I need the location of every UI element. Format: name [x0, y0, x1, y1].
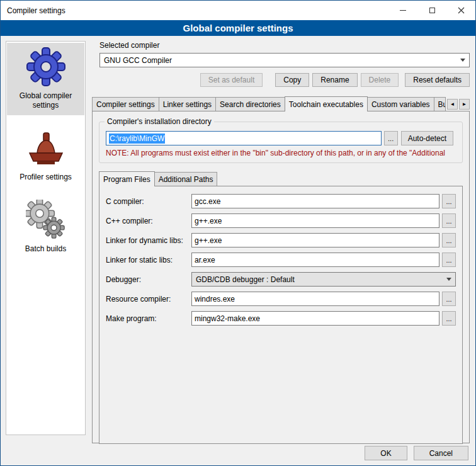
make-program-label: Make program:: [106, 314, 191, 323]
maximize-button[interactable]: [417, 1, 446, 20]
static-linker-label: Linker for static libs:: [106, 256, 191, 264]
make-program-row: Make program: mingw32-make.exe ...: [106, 311, 456, 326]
compiler-actions: Set as default Copy Rename Delete Reset …: [92, 73, 470, 87]
copy-button[interactable]: Copy: [275, 73, 309, 87]
resource-compiler-browse-button[interactable]: ...: [442, 292, 456, 306]
minimize-button[interactable]: [388, 1, 417, 20]
compiler-settings-dialog: Compiler settings Global compiler settin…: [0, 0, 476, 466]
c-compiler-input[interactable]: gcc.exe: [191, 194, 439, 208]
tab-toolchain-executables[interactable]: Toolchain executables: [285, 96, 368, 111]
program-tabs: Program Files Additional Paths: [99, 171, 463, 186]
toolchain-executables-page: Compiler's installation directory C:\ray…: [92, 111, 470, 443]
cpp-compiler-row: C++ compiler: g++.exe ...: [106, 213, 456, 228]
chevron-down-icon: [460, 59, 465, 62]
tab-program-files[interactable]: Program Files: [99, 171, 155, 186]
sidebar-item-label: Batch builds: [25, 244, 66, 254]
tab-search-directories[interactable]: Search directories: [215, 97, 285, 111]
tab-compiler-settings[interactable]: Compiler settings: [92, 97, 159, 111]
minimize-icon: [400, 10, 406, 11]
cpp-compiler-label: C++ compiler:: [106, 217, 191, 225]
sidebar-item-batch-builds[interactable]: Batch builds: [7, 196, 84, 259]
c-compiler-browse-button[interactable]: ...: [442, 194, 456, 208]
tab-scroll-left-button[interactable]: ◄: [447, 99, 458, 110]
c-compiler-value: gcc.exe: [195, 197, 220, 206]
cpp-compiler-input[interactable]: g++.exe: [191, 213, 439, 228]
dynamic-linker-row: Linker for dynamic libs: g++.exe ...: [106, 233, 456, 247]
sidebar-item-label: Profiler settings: [20, 173, 72, 182]
installation-directory-group: Compiler's installation directory C:\ray…: [99, 122, 463, 163]
page-title: Global compiler settings: [1, 20, 475, 36]
gray-gears-icon: [26, 200, 66, 240]
static-linker-browse-button[interactable]: ...: [442, 253, 456, 267]
selected-compiler-label: Selected compiler: [92, 41, 470, 50]
installation-directory-group-title: Compiler's installation directory: [105, 117, 214, 126]
tab-linker-settings[interactable]: Linker settings: [159, 97, 216, 111]
profiler-tool-icon: [26, 128, 66, 168]
debugger-label: Debugger:: [106, 275, 191, 284]
cpp-compiler-value: g++.exe: [195, 217, 222, 225]
static-linker-input[interactable]: ar.exe: [191, 253, 439, 267]
ok-button[interactable]: OK: [365, 446, 407, 460]
c-compiler-row: C compiler: gcc.exe ...: [106, 194, 456, 208]
static-linker-row: Linker for static libs: ar.exe ...: [106, 253, 456, 267]
delete-button[interactable]: Delete: [361, 73, 399, 87]
resource-compiler-row: Resource compiler: windres.exe ...: [106, 292, 456, 306]
blue-gear-icon: [26, 47, 66, 87]
browse-directory-button[interactable]: ...: [384, 131, 398, 145]
tab-build[interactable]: Build: [434, 97, 446, 111]
settings-tabs: Compiler settings Linker settings Search…: [92, 96, 470, 111]
close-button[interactable]: [446, 1, 475, 20]
cancel-button[interactable]: Cancel: [414, 446, 468, 460]
set-as-default-button[interactable]: Set as default: [200, 73, 263, 87]
maximize-icon: [429, 8, 435, 13]
debugger-row: Debugger: GDB/CDB debugger : Default: [106, 272, 456, 287]
selected-compiler-value: GNU GCC Compiler: [104, 56, 456, 65]
tab-additional-paths[interactable]: Additional Paths: [154, 172, 218, 186]
c-compiler-label: C compiler:: [106, 197, 191, 206]
dynamic-linker-browse-button[interactable]: ...: [442, 233, 456, 247]
debugger-value: GDB/CDB debugger : Default: [196, 275, 443, 284]
window-title: Compiler settings: [1, 6, 65, 15]
debugger-dropdown[interactable]: GDB/CDB debugger : Default: [191, 272, 456, 287]
sidebar-item-profiler-settings[interactable]: Profiler settings: [7, 124, 84, 187]
dynamic-linker-value: g++.exe: [195, 236, 222, 245]
installation-directory-input[interactable]: C:\raylib\MinGW: [106, 131, 382, 145]
resource-compiler-label: Resource compiler:: [106, 295, 191, 304]
installation-directory-value: C:\raylib\MinGW: [109, 134, 165, 144]
auto-detect-button[interactable]: Auto-detect: [401, 131, 453, 145]
program-files-page: C compiler: gcc.exe ... C++ compiler: g+…: [99, 186, 463, 444]
cpp-compiler-browse-button[interactable]: ...: [442, 213, 456, 228]
dynamic-linker-input[interactable]: g++.exe: [191, 233, 439, 247]
resource-compiler-input[interactable]: windres.exe: [191, 292, 439, 306]
selected-compiler-dropdown[interactable]: GNU GCC Compiler: [99, 53, 470, 67]
resource-compiler-value: windres.exe: [195, 295, 235, 304]
sidebar-item-label: Global compiler settings: [8, 91, 83, 110]
make-program-value: mingw32-make.exe: [195, 314, 260, 323]
tab-scroll-right-button[interactable]: ►: [459, 99, 470, 110]
settings-category-list: Global compiler settings Profiler settin…: [6, 41, 86, 435]
window-controls: [388, 1, 475, 20]
tab-custom-variables[interactable]: Custom variables: [367, 97, 434, 111]
main-panel: Selected compiler GNU GCC Compiler Set a…: [92, 41, 470, 443]
installation-directory-row: C:\raylib\MinGW ... Auto-detect: [106, 131, 453, 145]
close-icon: [458, 7, 465, 14]
static-linker-value: ar.exe: [195, 256, 215, 264]
rename-button[interactable]: Rename: [312, 73, 357, 87]
sidebar-item-global-compiler-settings[interactable]: Global compiler settings: [7, 43, 84, 115]
reset-defaults-button[interactable]: Reset defaults: [405, 73, 470, 87]
dynamic-linker-label: Linker for dynamic libs:: [106, 236, 191, 245]
make-program-browse-button[interactable]: ...: [442, 311, 456, 326]
dialog-footer: OK Cancel: [358, 446, 468, 460]
make-program-input[interactable]: mingw32-make.exe: [191, 311, 439, 326]
titlebar: Compiler settings: [1, 1, 475, 20]
bin-subdirectory-note: NOTE: All programs must exist either in …: [106, 149, 453, 157]
chevron-down-icon: [446, 278, 451, 281]
